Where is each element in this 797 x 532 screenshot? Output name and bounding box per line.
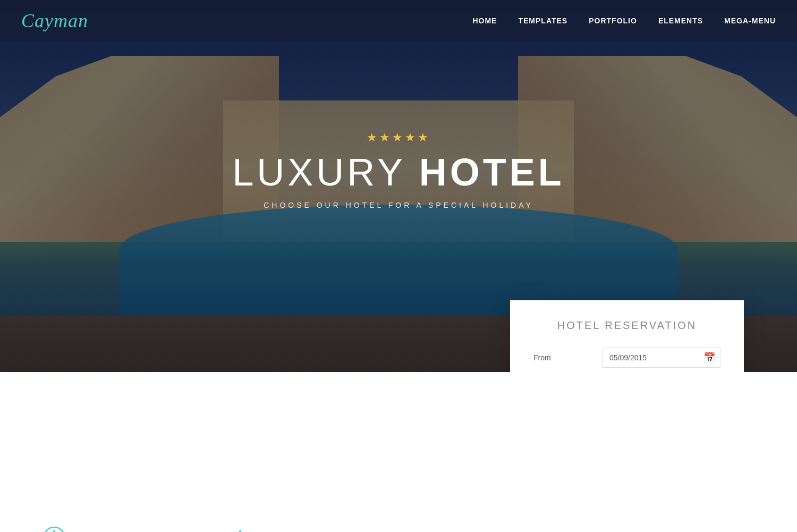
feature-spa-rooms: SPA ROOMS Choose from multiple unique de… — [228, 526, 383, 532]
feature-free-drinks: FREE DRINKS The most flexible and comple… — [43, 526, 197, 532]
hero-subtitle: CHOOSE OUR HOTEL FOR A SPECIAL HOLIDAY — [264, 201, 533, 209]
hero-spacer — [0, 372, 797, 494]
from-group: From 📅 — [533, 348, 720, 368]
navbar: Cayman HOME TEMPLATES PORTFOLIO ELEMENTS… — [0, 0, 797, 41]
hero-section: ★★★★★ LUXURY HOTEL CHOOSE OUR HOTEL FOR … — [0, 0, 797, 372]
nav-item-templates[interactable]: TEMPLATES — [518, 16, 567, 26]
hero-title-bold: HOTEL — [419, 151, 565, 193]
site-logo[interactable]: Cayman — [21, 10, 88, 32]
main-content: FREE DRINKS The most flexible and comple… — [0, 494, 797, 532]
feature-free-drinks-header: FREE DRINKS — [43, 526, 197, 532]
nav-item-megamenu[interactable]: MEGA-MENU — [724, 16, 776, 26]
nav-link-elements[interactable]: ELEMENTS — [658, 16, 703, 25]
main-filler-2 — [600, 526, 754, 532]
nav-item-elements[interactable]: ELEMENTS — [658, 16, 703, 26]
reservation-title: HOTEL RESERVATION — [533, 319, 720, 332]
from-input-wrap: 📅 — [603, 348, 720, 368]
from-date-input[interactable] — [603, 348, 720, 368]
drinks-icon — [43, 526, 66, 532]
reservation-panel: HOTEL RESERVATION From 📅 To 📅 Room type … — [510, 300, 744, 372]
from-label: From — [533, 353, 603, 362]
nav-item-portfolio[interactable]: PORTFOLIO — [589, 16, 637, 26]
spa-icon — [228, 526, 252, 532]
main-filler-1 — [414, 526, 569, 532]
svg-point-3 — [53, 530, 55, 532]
nav-link-templates[interactable]: TEMPLATES — [518, 16, 567, 25]
hero-stars: ★★★★★ — [367, 131, 430, 145]
nav-link-portfolio[interactable]: PORTFOLIO — [589, 16, 637, 25]
nav-links: HOME TEMPLATES PORTFOLIO ELEMENTS MEGA-M… — [472, 16, 776, 26]
hero-title-light: LUXURY — [232, 151, 405, 193]
nav-link-megamenu[interactable]: MEGA-MENU — [724, 16, 776, 25]
feature-spa-rooms-header: SPA ROOMS — [228, 526, 383, 532]
nav-item-home[interactable]: HOME — [472, 16, 497, 26]
nav-link-home[interactable]: HOME — [472, 16, 497, 25]
hero-title: LUXURY HOTEL — [232, 153, 564, 191]
